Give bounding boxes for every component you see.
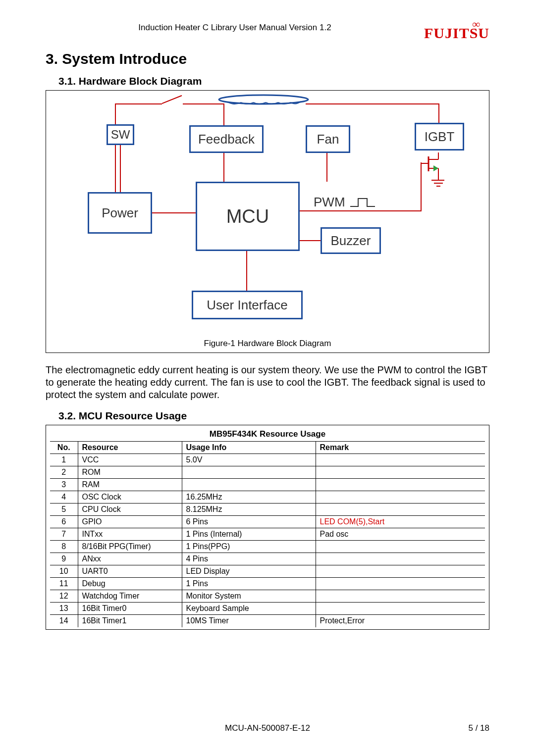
wire — [326, 153, 327, 182]
body-paragraph: The electromagnetic eddy current heating… — [46, 364, 489, 401]
cell-resource: RAM — [78, 479, 182, 491]
table-row: 4OSC Clock16.25MHz — [50, 491, 485, 504]
cell-usage — [182, 466, 316, 479]
cell-usage: 4 Pins — [182, 553, 316, 565]
cell-remark — [316, 590, 485, 603]
section-title: 3. System Introduce — [46, 50, 489, 67]
igbt-block: IGBT — [415, 123, 464, 151]
table-row: 10UART0LED Display — [50, 565, 485, 578]
cell-no: 12 — [50, 590, 78, 603]
table-row: 6GPIO6 PinsLED COM(5),Start — [50, 516, 485, 528]
cell-remark: LED COM(5),Start — [316, 516, 485, 528]
user-interface-block: User Interface — [192, 291, 303, 319]
cell-resource: UART0 — [78, 565, 182, 578]
cell-remark — [316, 553, 485, 565]
svg-line-1 — [162, 96, 182, 103]
cell-no: 9 — [50, 553, 78, 565]
table-body: 1VCC5.0V2ROM3RAM4OSC Clock16.25MHz5CPU C… — [50, 454, 485, 627]
table-row: 2ROM — [50, 466, 485, 479]
cell-resource: 16Bit Timer0 — [78, 603, 182, 615]
footer-doc-id: MCU-AN-500087-E-12 — [0, 723, 535, 733]
wire — [306, 103, 439, 104]
table-row: 88/16Bit PPG(Timer)1 Pins(PPG) — [50, 541, 485, 553]
figure-caption: Figure-1 Hardware Block Diagram — [53, 339, 482, 349]
cell-usage: 5.0V — [182, 454, 316, 466]
feedback-block: Feedback — [189, 125, 264, 153]
cell-no: 2 — [50, 466, 78, 479]
cell-remark — [316, 504, 485, 516]
igbt-symbol-icon — [410, 152, 444, 197]
wire — [120, 145, 121, 193]
cell-no: 11 — [50, 578, 78, 590]
cell-no: 1 — [50, 454, 78, 466]
wire — [421, 162, 422, 211]
coil-icon — [216, 94, 311, 107]
col-usage: Usage Info — [182, 442, 316, 454]
wire — [300, 210, 422, 211]
cell-usage: Keyboard Sample — [182, 603, 316, 615]
power-block: Power — [88, 192, 152, 234]
table-row: 7INTxx1 Pins (Internal)Pad osc — [50, 528, 485, 541]
table-row: 1416Bit Timer110MS TimerProtect,Error — [50, 615, 485, 627]
cell-no: 8 — [50, 541, 78, 553]
table-row: 11Debug1 Pins — [50, 578, 485, 590]
cell-resource: Debug — [78, 578, 182, 590]
cell-resource: ROM — [78, 466, 182, 479]
wire — [246, 251, 247, 291]
cell-remark: Pad osc — [316, 528, 485, 541]
cell-remark — [316, 466, 485, 479]
svg-point-0 — [219, 95, 308, 104]
wire — [438, 103, 439, 123]
cell-resource: 16Bit Timer1 — [78, 615, 182, 627]
table-row: 9ANxx4 Pins — [50, 553, 485, 565]
cell-resource: GPIO — [78, 516, 182, 528]
cell-usage: 16.25MHz — [182, 491, 316, 504]
fujitsu-logo: ∞ FUJITSU — [424, 20, 489, 42]
block-diagram: SW Feedback Fan IGBT Power MCU — [53, 96, 482, 336]
table-row: 5CPU Clock8.125MHz — [50, 504, 485, 516]
cell-usage: Monitor System — [182, 590, 316, 603]
cell-remark — [316, 603, 485, 615]
cell-no: 13 — [50, 603, 78, 615]
doc-title: Induction Heater C Library User Manual V… — [46, 20, 424, 33]
cell-no: 10 — [50, 565, 78, 578]
col-no: No. — [50, 442, 78, 454]
cell-resource: CPU Clock — [78, 504, 182, 516]
sw-block: SW — [107, 124, 134, 145]
table-row: 3RAM — [50, 479, 485, 491]
cell-remark — [316, 479, 485, 491]
cell-remark: Protect,Error — [316, 615, 485, 627]
wire — [115, 103, 116, 193]
figure-frame: SW Feedback Fan IGBT Power MCU — [46, 90, 489, 353]
cell-usage: 8.125MHz — [182, 504, 316, 516]
pwm-label: PWM — [314, 195, 345, 210]
cell-remark — [316, 565, 485, 578]
cell-resource: 8/16Bit PPG(Timer) — [78, 541, 182, 553]
page-number: 5 / 18 — [468, 723, 489, 733]
table-row: 1316Bit Timer0Keyboard Sample — [50, 603, 485, 615]
cell-remark — [316, 491, 485, 504]
subsection-1-title: 3.1. Hardware Block Diagram — [46, 75, 489, 87]
fan-block: Fan — [306, 125, 350, 153]
resource-usage-table: No. Resource Usage Info Remark 1VCC5.0V2… — [50, 441, 485, 627]
cell-resource: VCC — [78, 454, 182, 466]
cell-no: 3 — [50, 479, 78, 491]
cell-usage: LED Display — [182, 565, 316, 578]
cell-usage: 10MS Timer — [182, 615, 316, 627]
wire — [115, 103, 162, 104]
cell-resource: Watchdog Timer — [78, 590, 182, 603]
cell-remark — [316, 541, 485, 553]
wire — [152, 212, 196, 213]
cell-no: 5 — [50, 504, 78, 516]
switch-icon — [162, 94, 185, 107]
table-row: 1VCC5.0V — [50, 454, 485, 466]
buzzer-block: Buzzer — [321, 227, 381, 254]
cell-usage: 1 Pins(PPG) — [182, 541, 316, 553]
cell-resource: ANxx — [78, 553, 182, 565]
table-row: 12Watchdog TimerMonitor System — [50, 590, 485, 603]
table-header-row: No. Resource Usage Info Remark — [50, 442, 485, 454]
cell-usage: 1 Pins — [182, 578, 316, 590]
cell-resource: OSC Clock — [78, 491, 182, 504]
col-resource: Resource — [78, 442, 182, 454]
col-remark: Remark — [316, 442, 485, 454]
